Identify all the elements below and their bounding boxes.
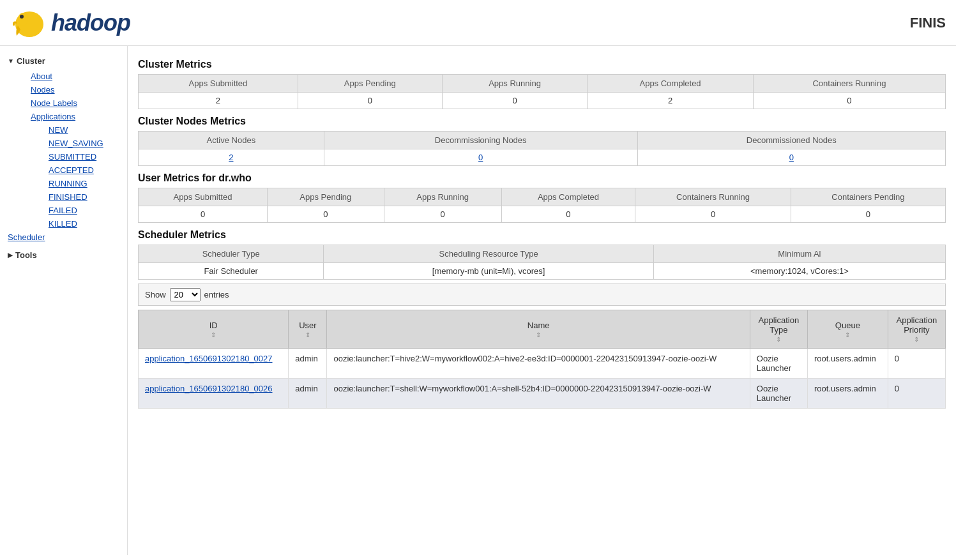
svg-point-1 xyxy=(18,13,28,26)
sidebar-item-running[interactable]: RUNNING xyxy=(36,177,127,190)
col-id: ID ⇕ xyxy=(139,310,289,349)
col-user-apps-submitted: Apps Submitted xyxy=(139,188,268,206)
hadoop-logo-elephant xyxy=(10,5,49,40)
user-metrics-title: User Metrics for dr.who xyxy=(138,172,946,184)
sidebar-item-killed[interactable]: KILLED xyxy=(36,217,127,231)
cluster-metrics-row: 2 0 0 2 0 xyxy=(139,93,946,109)
entries-label: entries xyxy=(204,290,229,299)
val-decommissioned-nodes[interactable]: 0 xyxy=(637,149,945,166)
col-user-containers-pending: Containers Pending xyxy=(791,188,945,206)
user-metrics-row: 0 0 0 0 0 0 xyxy=(139,206,946,223)
cell-name-0: oozie:launcher:T=hive2:W=myworkflow002:A… xyxy=(327,349,750,379)
val-minimum-al: <memory:1024, vCores:1> xyxy=(653,263,945,280)
col-decommissioning-nodes: Decommissioning Nodes xyxy=(324,132,637,149)
tools-expand-icon: ▶ xyxy=(8,252,13,259)
col-app-type: ApplicationType ⇕ xyxy=(750,310,807,349)
table-row: application_1650691302180_0027 admin ooz… xyxy=(139,349,946,379)
val-user-apps-running: 0 xyxy=(384,206,501,223)
logo-area: hadoop xyxy=(10,5,130,40)
cell-app-type-0: OozieLauncher xyxy=(750,349,807,379)
table-row: application_1650691302180_0026 admin ooz… xyxy=(139,379,946,409)
cell-app-type-1: OozieLauncher xyxy=(750,379,807,409)
scheduler-metrics-title: Scheduler Metrics xyxy=(138,229,946,241)
header-status: FINIS xyxy=(910,15,946,31)
sidebar-item-about[interactable]: About xyxy=(18,70,127,83)
main-content: Cluster Metrics Apps Submitted Apps Pend… xyxy=(128,46,956,555)
sidebar-item-failed[interactable]: FAILED xyxy=(36,204,127,217)
logo-text: hadoop xyxy=(51,10,130,36)
entries-select[interactable]: 10 20 50 100 xyxy=(170,288,201,301)
cell-priority-0: 0 xyxy=(888,349,945,379)
cluster-items: About Nodes Node Labels Applications NEW… xyxy=(0,70,127,231)
cell-app-id-1[interactable]: application_1650691302180_0026 xyxy=(139,379,289,409)
col-apps-submitted: Apps Submitted xyxy=(139,75,298,93)
val-user-containers-pending: 0 xyxy=(791,206,945,223)
col-apps-running: Apps Running xyxy=(442,75,588,93)
cell-user-0: admin xyxy=(289,349,327,379)
cell-app-id-0[interactable]: application_1650691302180_0027 xyxy=(139,349,289,379)
val-user-containers-running: 0 xyxy=(635,206,791,223)
sidebar-item-new-saving[interactable]: NEW_SAVING xyxy=(36,137,127,150)
sidebar-item-scheduler[interactable]: Scheduler xyxy=(0,231,127,244)
sidebar-item-nodes[interactable]: Nodes xyxy=(18,83,127,96)
col-apps-pending: Apps Pending xyxy=(298,75,442,93)
cluster-nodes-metrics-table: Active Nodes Decommissioning Nodes Decom… xyxy=(138,131,946,166)
col-decommissioned-nodes: Decommissioned Nodes xyxy=(637,132,945,149)
show-entries-bar: Show 10 20 50 100 entries xyxy=(138,284,946,306)
val-user-apps-pending: 0 xyxy=(268,206,384,223)
sidebar-item-submitted[interactable]: SUBMITTED xyxy=(36,150,127,163)
val-apps-completed: 2 xyxy=(588,93,754,109)
val-apps-pending: 0 xyxy=(298,93,442,109)
cell-queue-0: root.users.admin xyxy=(808,349,888,379)
app-priority-sort-icon[interactable]: ⇕ xyxy=(914,336,919,343)
app-type-sort-icon[interactable]: ⇕ xyxy=(776,336,781,343)
svg-point-2 xyxy=(20,15,24,19)
layout: ▼ Cluster About Nodes Node Labels Applic… xyxy=(0,46,956,555)
cluster-metrics-table: Apps Submitted Apps Pending Apps Running… xyxy=(138,74,946,109)
queue-sort-icon[interactable]: ⇕ xyxy=(845,331,850,338)
user-metrics-table: Apps Submitted Apps Pending Apps Running… xyxy=(138,188,946,223)
show-label: Show xyxy=(145,290,166,299)
apps-table-header-row: ID ⇕ User ⇕ Name ⇕ xyxy=(139,310,946,349)
id-sort-icon[interactable]: ⇕ xyxy=(211,331,216,338)
cluster-nodes-metrics-title: Cluster Nodes Metrics xyxy=(138,116,946,127)
name-sort-icon[interactable]: ⇕ xyxy=(536,331,541,338)
sidebar: ▼ Cluster About Nodes Node Labels Applic… xyxy=(0,46,128,555)
val-apps-submitted: 2 xyxy=(139,93,298,109)
col-active-nodes: Active Nodes xyxy=(139,132,324,149)
sidebar-item-accepted[interactable]: ACCEPTED xyxy=(36,163,127,177)
val-apps-running: 0 xyxy=(442,93,588,109)
tools-label: Tools xyxy=(15,250,37,260)
val-decommissioning-nodes[interactable]: 0 xyxy=(324,149,637,166)
col-user: User ⇕ xyxy=(289,310,327,349)
applications-table: ID ⇕ User ⇕ Name ⇕ xyxy=(138,310,946,409)
val-scheduler-type: Fair Scheduler xyxy=(139,263,324,280)
col-user-apps-completed: Apps Completed xyxy=(501,188,635,206)
col-name: Name ⇕ xyxy=(327,310,750,349)
val-user-apps-submitted: 0 xyxy=(139,206,268,223)
col-minimum-al: Minimum Al xyxy=(653,245,945,263)
sidebar-item-finished[interactable]: FINISHED xyxy=(36,190,127,204)
col-user-apps-pending: Apps Pending xyxy=(268,188,384,206)
cluster-section-header[interactable]: ▼ Cluster xyxy=(0,52,127,70)
col-apps-completed: Apps Completed xyxy=(588,75,754,93)
col-scheduler-type: Scheduler Type xyxy=(139,245,324,263)
val-active-nodes[interactable]: 2 xyxy=(139,149,324,166)
sidebar-item-applications[interactable]: Applications xyxy=(18,110,127,123)
col-scheduling-resource-type: Scheduling Resource Type xyxy=(324,245,653,263)
cell-name-1: oozie:launcher:T=shell:W=myworkflow001:A… xyxy=(327,379,750,409)
col-queue: Queue ⇕ xyxy=(808,310,888,349)
cluster-expand-icon: ▼ xyxy=(8,57,14,64)
col-app-priority: ApplicationPriority ⇕ xyxy=(888,310,945,349)
col-user-containers-running: Containers Running xyxy=(635,188,791,206)
cell-priority-1: 0 xyxy=(888,379,945,409)
cluster-nodes-metrics-row: 2 0 0 xyxy=(139,149,946,166)
sidebar-item-node-labels[interactable]: Node Labels xyxy=(18,96,127,110)
cluster-label: Cluster xyxy=(17,56,45,66)
cell-queue-1: root.users.admin xyxy=(808,379,888,409)
scheduler-metrics-row: Fair Scheduler [memory-mb (unit=Mi), vco… xyxy=(139,263,946,280)
user-sort-icon[interactable]: ⇕ xyxy=(305,331,310,338)
tools-section-header[interactable]: ▶ Tools xyxy=(0,246,127,264)
col-containers-running: Containers Running xyxy=(753,75,945,93)
sidebar-item-new[interactable]: NEW xyxy=(36,123,127,137)
